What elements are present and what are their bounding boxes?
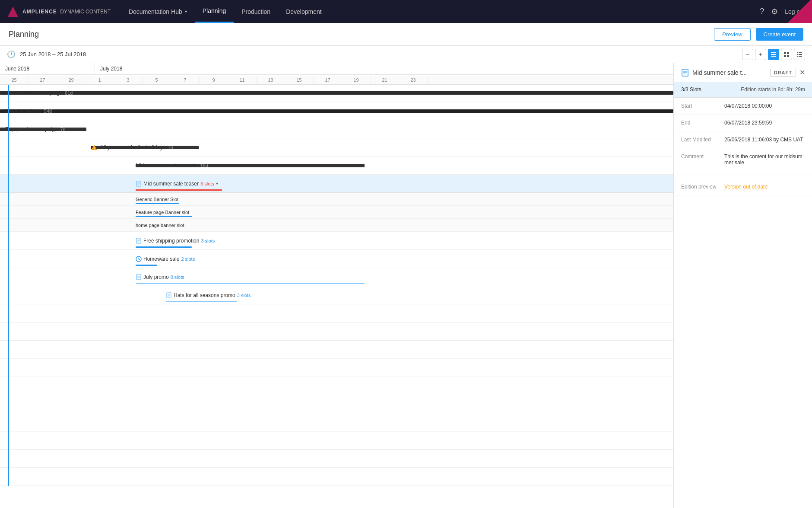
day-19: 19: [342, 76, 371, 84]
empty-row-2: [0, 323, 673, 341]
row-mid-summer-teaser[interactable]: Mid summer sale teaser 3 slots ▾: [0, 175, 673, 193]
date-bar: 🕐 25 Jun 2018 – 25 Jul 2018 − +: [0, 46, 812, 63]
days-header-row: 25 27 29 1 3 5 7 9 11 13 15 17 19 21 23: [0, 76, 673, 85]
panel-close-button[interactable]: ✕: [799, 68, 805, 77]
dropdown-arrow-icon[interactable]: ▾: [216, 181, 218, 186]
settings-icon[interactable]: ⚙: [771, 7, 778, 16]
timeline-view-icon: [771, 51, 777, 58]
row-hats-promo[interactable]: Hats for all seasons promo 3 slots: [0, 286, 673, 304]
month-header-row: June 2018 July 2018: [0, 63, 673, 75]
hats-promo-underline: [166, 301, 237, 302]
day-15: 15: [285, 76, 314, 84]
document-icon-2: [136, 238, 142, 244]
row-mid-summer-teaser-label: Mid summer sale teaser 3 slots ▾: [136, 181, 218, 187]
row-july-promo-label: July promo 0 slots: [136, 274, 184, 280]
start-value: 04/07/2018 00:00:00: [724, 103, 772, 109]
svg-rect-10: [797, 54, 798, 55]
last-modified-label: Last Modifed: [681, 137, 724, 143]
svg-line-26: [139, 259, 140, 260]
svg-rect-5: [787, 52, 789, 54]
document-icon: [136, 181, 142, 187]
row-feature-page-label: Feature page Banner slot: [136, 210, 189, 215]
empty-row-4: [0, 359, 673, 377]
homeware-underline: [136, 265, 157, 266]
field-start: Start 04/07/2018 00:00:00: [674, 98, 812, 115]
empty-row-1: [0, 304, 673, 323]
svg-text:!: !: [94, 146, 95, 150]
right-panel: Mid summer sale t... DRAFT ✕ 3/3 Slots 0…: [674, 63, 812, 508]
panel-divider-2: [674, 175, 812, 175]
clock-icon: 🕐: [7, 50, 16, 58]
row-feature-page-banner[interactable]: Feature page Banner slot: [0, 206, 673, 219]
row-holidays[interactable]: ! All you need for the holidays 7d: [0, 138, 673, 157]
row-mid-summer-madness[interactable]: Mid summer madness sale 16d: [0, 157, 673, 175]
svg-rect-8: [797, 52, 798, 53]
row-summer-sales-label: Summer sales campaign 61d: [5, 90, 73, 96]
draft-status-badge: DRAFT: [770, 69, 796, 77]
july-promo-underline: [136, 283, 365, 284]
edition-starts-info: Edition starts in 8d: 8h: 29m: [741, 86, 805, 93]
july-month-label: July 2018: [95, 63, 673, 74]
field-edition-preview: Edition preview Version out of date: [674, 179, 812, 195]
row-generic-banner[interactable]: Generic Banner Slot: [0, 193, 673, 206]
header-actions: Preview Create event: [714, 28, 803, 41]
document-icon-4: [166, 292, 172, 298]
help-icon[interactable]: ?: [760, 7, 764, 16]
row-home-page-label: home page banner slot: [136, 223, 184, 228]
feature-page-underline: [136, 216, 192, 217]
grid-view-icon: [783, 51, 790, 58]
row-popup-sales[interactable]: Popup sales campaign 7d: [0, 120, 673, 138]
empty-row-9: [0, 450, 673, 468]
row-free-shipping[interactable]: Free shipping promotion 3 slots: [0, 232, 673, 250]
panel-slots-bar: 3/3 Slots 04/07/2018 00:00:00 Edition st…: [674, 82, 812, 97]
svg-rect-4: [784, 52, 786, 54]
brand-name: AMPLIENCE DYNAMIC CONTENT: [22, 8, 111, 15]
date-range-label: 25 Jun 2018 – 25 Jul 2018: [20, 51, 86, 58]
july-promo-slots-badge: 0 slots: [171, 275, 184, 280]
field-last-modified: Last Modifed 25/06/2018 11:06:03 by CMS …: [674, 131, 812, 148]
document-icon-3: [136, 274, 142, 280]
teaser-underline-bar: [136, 189, 222, 191]
nav-tab-production[interactable]: Production: [234, 0, 278, 23]
field-comment: Comment This is the content for our mids…: [674, 148, 812, 171]
row-popup-sales-label: Popup sales campaign 7d: [5, 126, 66, 132]
view-grid-button[interactable]: [781, 49, 792, 60]
day-13: 13: [257, 76, 285, 84]
preview-button[interactable]: Preview: [714, 28, 750, 41]
edition-preview-link[interactable]: Version out of date: [724, 184, 768, 190]
day-7: 7: [171, 76, 200, 84]
row-website-refresh[interactable]: Website refresh 54d: [0, 102, 673, 120]
empty-row-6: [0, 395, 673, 413]
panel-doc-icon: [681, 69, 689, 77]
day-25: 25: [0, 76, 29, 84]
website-refresh-bar: [0, 109, 673, 113]
row-homeware-sale[interactable]: Homeware sale 2 slots: [0, 250, 673, 268]
start-label: Start: [681, 103, 724, 109]
zoom-out-button[interactable]: −: [742, 49, 753, 60]
summer-sales-bar: [0, 91, 673, 95]
day-3: 3: [114, 76, 143, 84]
create-event-button[interactable]: Create event: [756, 28, 803, 41]
nav-tab-planning[interactable]: Planning: [195, 0, 234, 23]
edition-preview-label: Edition preview: [681, 184, 724, 190]
day-1: 1: [86, 76, 114, 84]
nav-tabs: Documentation Hub ▾ Planning Production …: [121, 0, 760, 23]
free-shipping-slots-badge: 3 slots: [201, 238, 215, 243]
nav-tab-documentation-hub[interactable]: Documentation Hub ▾: [121, 0, 195, 23]
row-july-promo[interactable]: July promo 0 slots: [0, 268, 673, 286]
comment-label: Comment: [681, 153, 724, 166]
row-home-page-banner[interactable]: home page banner slot: [0, 219, 673, 232]
svg-rect-7: [787, 55, 789, 57]
nav-tab-development[interactable]: Development: [278, 0, 330, 23]
brand-icon: [7, 6, 19, 18]
row-mid-summer-madness-label: Mid summer madness sale 16d: [136, 163, 208, 169]
view-timeline-button[interactable]: [768, 49, 779, 60]
empty-row-7: [0, 413, 673, 431]
top-navigation: AMPLIENCE DYNAMIC CONTENT Documentation …: [0, 0, 812, 23]
panel-title: Mid summer sale t...: [692, 69, 767, 76]
view-list-button[interactable]: [794, 49, 805, 60]
day-27: 27: [29, 76, 57, 84]
zoom-in-button[interactable]: +: [755, 49, 766, 60]
last-modified-value: 25/06/2018 11:06:03 by CMS UAT: [724, 137, 803, 143]
row-summer-sales[interactable]: Summer sales campaign 61d: [0, 84, 673, 102]
